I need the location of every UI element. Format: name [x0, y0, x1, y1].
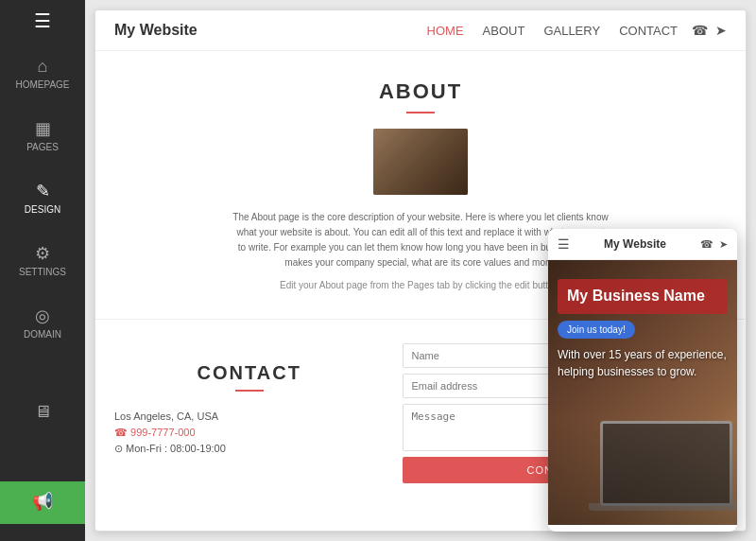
domain-icon: ◎	[35, 305, 50, 326]
website-nav: HOME ABOUT GALLERY CONTACT	[427, 24, 678, 38]
mobile-header: ☰ My Website ☎ ➤	[548, 229, 737, 260]
website-header: My Website HOME ABOUT GALLERY CONTACT ☎ …	[95, 10, 746, 51]
sidebar-item-homepage[interactable]: ⌂ HOMEPAGE	[0, 51, 85, 96]
sidebar-item-promote[interactable]: 📢	[0, 481, 85, 524]
contact-hours: ⊙ Mon-Fri : 08:00-19:00	[114, 443, 384, 455]
sidebar-item-domain[interactable]: ◎ DOMAIN	[0, 300, 85, 345]
about-title-underline	[406, 112, 435, 113]
mobile-hero: My Business Name Join us today! With ove…	[548, 260, 737, 525]
home-icon: ⌂	[38, 57, 48, 77]
mobile-preview: ☰ My Website ☎ ➤ My Business Name Join u…	[548, 229, 737, 532]
about-image	[373, 129, 468, 195]
contact-city: Los Angeles, CA, USA	[114, 410, 384, 422]
settings-icon: ⚙	[35, 243, 50, 264]
nav-gallery[interactable]: GALLERY	[543, 24, 600, 38]
sidebar-item-label: PAGES	[26, 142, 59, 152]
mobile-business-name: My Business Name	[558, 279, 728, 314]
mobile-nav-icon: ➤	[719, 238, 728, 251]
nav-icons: ☎ ➤	[692, 23, 727, 38]
main-area: My Website HOME ABOUT GALLERY CONTACT ☎ …	[85, 0, 756, 541]
nav-about[interactable]: ABOUT	[483, 24, 525, 38]
promote-icon: 📢	[32, 491, 53, 512]
mobile-menu-icon[interactable]: ☰	[558, 236, 570, 252]
name-input[interactable]	[403, 343, 561, 368]
sidebar-item-monitor[interactable]: 🖥	[0, 396, 85, 430]
sidebar-item-design[interactable]: ✎ DESIGN	[0, 175, 85, 220]
mobile-phone-icon: ☎	[700, 238, 713, 251]
sidebar-item-label: DESIGN	[25, 204, 60, 215]
sidebar-item-settings[interactable]: ⚙ SETTINGS	[0, 237, 85, 283]
sidebar-menu-icon[interactable]: ☰	[34, 9, 51, 32]
sidebar-item-label: DOMAIN	[24, 329, 61, 340]
contact-details: Los Angeles, CA, USA ☎ 999-7777-000 ⊙ Mo…	[114, 410, 384, 455]
nav-contact[interactable]: CONTACT	[619, 24, 678, 38]
phone-icon: ☎	[692, 23, 708, 38]
nav-home[interactable]: HOME	[427, 24, 464, 38]
location-icon: ➤	[715, 23, 727, 38]
pages-icon: ▦	[35, 118, 51, 139]
preview-container: My Website HOME ABOUT GALLERY CONTACT ☎ …	[85, 0, 756, 541]
contact-title: CONTACT	[114, 362, 384, 384]
design-icon: ✎	[36, 181, 50, 201]
sidebar: ☰ ⌂ HOMEPAGE ▦ PAGES ✎ DESIGN ⚙ SETTINGS…	[0, 0, 85, 541]
mobile-logo: My Website	[604, 237, 666, 251]
sidebar-item-pages[interactable]: ▦ PAGES	[0, 113, 85, 158]
sidebar-item-label: HOMEPAGE	[15, 79, 69, 90]
contact-info: CONTACT Los Angeles, CA, USA ☎ 999-7777-…	[114, 343, 384, 483]
contact-title-underline	[235, 390, 264, 392]
about-title: ABOUT	[114, 79, 727, 104]
monitor-icon: 🖥	[34, 402, 51, 422]
mobile-overlay-text: My Business Name Join us today! With ove…	[558, 279, 728, 380]
sidebar-item-label: SETTINGS	[19, 267, 66, 277]
mobile-join-button[interactable]: Join us today!	[558, 321, 635, 339]
laptop-shape	[600, 421, 732, 506]
mobile-tagline: With over 15 years of experience, helpin…	[558, 346, 728, 380]
website-logo: My Website	[114, 22, 427, 39]
contact-phone: ☎ 999-7777-000	[114, 427, 384, 439]
mobile-nav-icons: ☎ ➤	[700, 238, 728, 251]
